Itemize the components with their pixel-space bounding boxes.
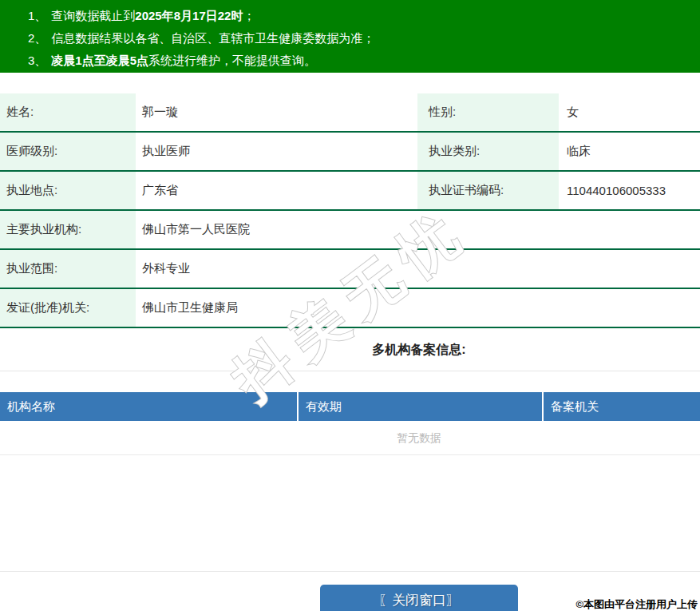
field-label-practice-location: 执业地点: bbox=[0, 172, 136, 209]
notice-item-number: 2、 bbox=[28, 31, 46, 45]
empty-data-message: 暂无数据 bbox=[0, 421, 700, 455]
notice-item-text: 查询数据截止到 bbox=[51, 9, 135, 22]
notice-item-bold: 凌晨1点至凌晨5点 bbox=[51, 54, 148, 67]
column-header-validity-period: 有效期 bbox=[299, 392, 542, 421]
field-value-practice-location: 广东省 bbox=[136, 172, 403, 209]
profile-row-location-certificate: 执业地点: 广东省 执业证书编码: 110440106005333 bbox=[0, 172, 700, 211]
copyright-note: ©本图由平台注册用户上传 bbox=[575, 597, 698, 611]
notice-item-text: 信息数据结果以各省、自治区、直辖市卫生健康委数据为准； bbox=[51, 31, 374, 45]
column-gap bbox=[403, 172, 417, 209]
profile-row-issuing-authority: 发证(批准)机关: 佛山市卫生健康局 bbox=[0, 289, 700, 328]
profile-row-main-institution: 主要执业机构: 佛山市第一人民医院 bbox=[0, 211, 700, 250]
field-label-issuing-authority: 发证(批准)机关: bbox=[0, 289, 136, 327]
notice-item-text: ； bbox=[243, 9, 255, 22]
field-label-practice-category: 执业类别: bbox=[417, 133, 559, 170]
notice-item-text: 系统进行维护，不能提供查询。 bbox=[148, 54, 316, 67]
field-label-name: 姓名: bbox=[0, 93, 136, 131]
notice-item-number: 3、 bbox=[28, 54, 46, 67]
notice-item: 2、信息数据结果以各省、自治区、直辖市卫生健康委数据为准； bbox=[28, 27, 700, 50]
column-header-filing-authority: 备案机关 bbox=[544, 392, 700, 421]
field-label-practice-scope: 执业范围: bbox=[0, 250, 136, 288]
filing-section-heading: 多机构备案信息: bbox=[0, 328, 700, 371]
field-label-main-institution: 主要执业机构: bbox=[0, 211, 136, 248]
column-gap bbox=[403, 133, 417, 170]
field-value-issuing-authority: 佛山市卫生健康局 bbox=[136, 289, 700, 327]
page-container: 1、查询数据截止到2025年8月17日22时； 2、信息数据结果以各省、自治区、… bbox=[0, 0, 700, 611]
profile-row-level-category: 医师级别: 执业医师 执业类别: 临床 bbox=[0, 133, 700, 172]
notice-item-number: 1、 bbox=[28, 9, 46, 22]
field-label-gender: 性别: bbox=[417, 93, 559, 131]
notice-item-bold: 2025年8月17日22时 bbox=[135, 9, 243, 22]
notice-item: 1、查询数据截止到2025年8月17日22时； bbox=[28, 5, 700, 27]
field-value-practice-category: 临床 bbox=[559, 133, 700, 170]
notice-item: 3、凌晨1点至凌晨5点系统进行维护，不能提供查询。 bbox=[28, 50, 700, 72]
field-value-certificate-number: 110440106005333 bbox=[559, 172, 700, 209]
field-label-doctor-level: 医师级别: bbox=[0, 133, 136, 170]
field-value-gender: 女 bbox=[559, 93, 700, 131]
column-gap bbox=[403, 93, 417, 131]
content-spacer bbox=[0, 455, 700, 572]
field-value-practice-scope: 外科专业 bbox=[136, 250, 700, 288]
notice-banner: 1、查询数据截止到2025年8月17日22时； 2、信息数据结果以各省、自治区、… bbox=[0, 0, 700, 73]
profile-row-name-gender: 姓名: 郭一璇 性别: 女 bbox=[0, 93, 700, 133]
field-value-main-institution: 佛山市第一人民医院 bbox=[136, 211, 700, 248]
column-header-institution-name: 机构名称 bbox=[0, 392, 297, 421]
profile-table: 姓名: 郭一璇 性别: 女 医师级别: 执业医师 执业类别: 临床 执业地点: … bbox=[0, 93, 700, 328]
profile-row-practice-scope: 执业范围: 外科专业 bbox=[0, 250, 700, 289]
close-window-button[interactable]: 〖关闭窗口〗 bbox=[320, 585, 518, 611]
filing-table-header: 机构名称 有效期 备案机关 bbox=[0, 392, 700, 421]
field-label-certificate-number: 执业证书编码: bbox=[417, 172, 559, 209]
field-value-doctor-level: 执业医师 bbox=[136, 133, 403, 170]
field-value-name: 郭一璇 bbox=[136, 93, 403, 131]
